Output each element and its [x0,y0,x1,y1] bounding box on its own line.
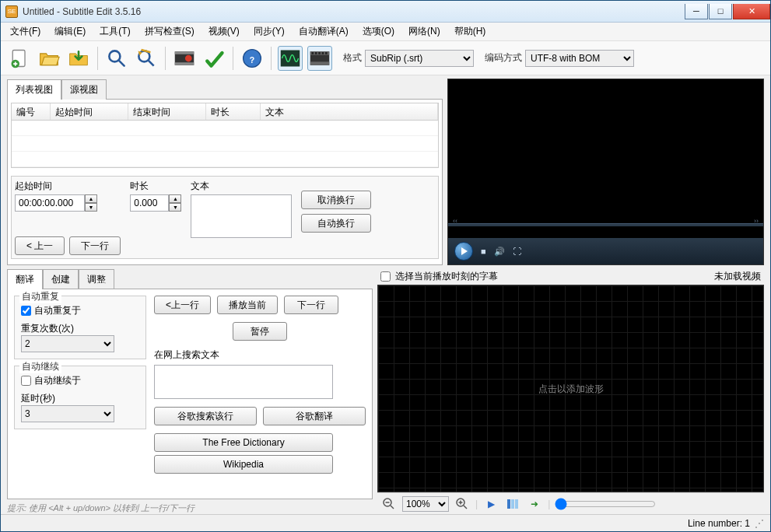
tab-listview[interactable]: 列表视图 [7,79,61,100]
play-button[interactable] [454,242,473,261]
zoom-in-icon[interactable] [454,495,471,513]
format-select[interactable]: SubRip (.srt) [365,50,474,67]
start-time-input[interactable] [15,194,85,212]
menu-autotranslate[interactable]: 自动翻译(A) [293,23,355,40]
repeat-count-label: 重复次数(次) [21,323,74,334]
text-label: 文本 [191,180,292,193]
tab-translate[interactable]: 翻译 [7,269,43,289]
wave-position-icon[interactable] [504,495,521,513]
tab-create[interactable]: 创建 [43,269,79,289]
start-time-down[interactable]: ▼ [85,203,97,212]
autocontinue-legend: 自动继续 [19,360,61,373]
svg-rect-23 [511,499,514,509]
google-translate-button[interactable]: 谷歌翻译 [263,407,366,425]
find-icon[interactable] [104,46,129,71]
prev-line-button[interactable]: < 上一 [15,236,65,255]
delay-select[interactable]: 3 [21,405,114,422]
tab-sourceview[interactable]: 源视图 [61,79,107,100]
status-resize-grip[interactable]: ⋰ [755,518,764,529]
col-start[interactable]: 起始时间 [51,103,128,120]
wave-next-icon[interactable]: ➜ [526,495,543,513]
col-number[interactable]: 编号 [12,103,51,120]
svg-rect-16 [315,52,317,54]
wave-play-icon[interactable]: ▶ [482,495,499,513]
repeat-count-select[interactable]: 2 [21,335,114,352]
visual-sync-icon[interactable] [172,46,197,71]
autocontinue-checkbox[interactable] [21,376,31,386]
encoding-select[interactable]: UTF-8 with BOM [525,50,634,67]
zoom-out-icon[interactable] [380,495,398,513]
line-number-label: Line number: 1 [688,518,750,529]
fullscreen-icon[interactable]: ⛶ [513,247,521,256]
waveform-area[interactable]: 点击以添加波形 [377,285,764,492]
titlebar: SE Untitled - Subtitle Edit 3.5.16 ─ □ ✕ [1,1,770,23]
video-seekbar[interactable] [448,223,763,226]
menu-file[interactable]: 文件(F) [4,23,47,40]
statusbar: Line number: 1 ⋰ [1,514,770,531]
subtitle-text-input[interactable] [191,194,292,238]
freedict-button[interactable]: The Free Dictionary [154,433,333,452]
play-current-button[interactable]: 播放当前 [217,296,278,314]
next-line-button[interactable]: 下一行 [69,236,121,255]
google-search-button[interactable]: 谷歌搜索该行 [154,407,257,425]
wikipedia-button[interactable]: Wikipedia [154,455,333,474]
trans-prev-button[interactable]: <上一行 [154,296,211,314]
start-time-up[interactable]: ▲ [85,194,97,203]
spellcheck-icon[interactable] [202,46,226,71]
encoding-label: 编码方式 [485,51,522,65]
search-text-label: 在网上搜索文本 [154,348,366,362]
col-end[interactable]: 结束时间 [128,103,206,120]
autobreak-button[interactable]: 自动换行 [301,214,371,233]
svg-rect-14 [310,61,330,65]
menu-options[interactable]: 选项(O) [356,23,401,40]
menubar: 文件(F) 编辑(E) 工具(T) 拼写检查(S) 视频(V) 同步(Y) 自动… [1,23,770,41]
waveform-toggle-icon[interactable] [278,46,303,71]
unbreak-button[interactable]: 取消换行 [301,191,371,209]
select-current-checkbox[interactable] [380,271,391,282]
duration-down[interactable]: ▼ [169,203,181,212]
duration-input[interactable] [130,194,169,212]
menu-help[interactable]: 帮助(H) [448,23,492,40]
subtitle-grid[interactable]: 编号 起始时间 结束时间 时长 文本 [11,103,439,168]
svg-rect-22 [507,499,510,509]
col-duration[interactable]: 时长 [206,103,261,120]
menu-spellcheck[interactable]: 拼写检查(S) [138,23,201,40]
close-button[interactable]: ✕ [733,4,770,19]
col-text[interactable]: 文本 [261,103,438,120]
toolbar: ? 格式 SubRip (.srt) 编码方式 UTF-8 with BOM [1,41,770,75]
svg-rect-4 [141,48,151,53]
autorepeat-checkbox[interactable] [21,306,31,316]
wave-slider[interactable] [555,498,656,510]
volume-icon[interactable]: 🔊 [494,247,505,257]
open-file-icon[interactable] [37,46,61,71]
format-label: 格式 [343,51,362,65]
pause-button[interactable]: 暂停 [233,322,287,341]
search-text-input[interactable] [154,365,333,399]
svg-rect-17 [318,52,321,54]
menu-tools[interactable]: 工具(T) [93,23,136,40]
trans-next-button[interactable]: 下一行 [284,296,338,314]
save-file-icon[interactable] [66,46,91,71]
menu-edit[interactable]: 编辑(E) [48,23,92,40]
minimize-button[interactable]: ─ [685,4,708,19]
replace-icon[interactable] [134,46,159,71]
new-file-icon[interactable] [7,46,32,71]
stop-icon[interactable]: ■ [481,247,486,256]
video-display[interactable] [448,79,763,235]
select-current-label: 选择当前播放时刻的字幕 [395,270,498,283]
svg-rect-15 [312,52,314,54]
video-toggle-icon[interactable] [307,46,332,71]
tab-adjust[interactable]: 调整 [79,269,114,289]
no-video-label: 未加载视频 [714,270,761,283]
app-icon: SE [5,5,18,18]
duration-up[interactable]: ▲ [169,194,181,203]
help-icon[interactable]: ? [240,46,265,71]
autorepeat-chk-label: 自动重复于 [34,304,81,317]
menu-network[interactable]: 网络(N) [402,23,447,40]
svg-rect-24 [515,499,518,509]
zoom-select[interactable]: 100% [402,496,449,512]
hint-text: 提示: 使用 <Alt + up/down> 以转到 上一行/下一行 [7,502,373,514]
maximize-button[interactable]: □ [709,4,732,19]
menu-sync[interactable]: 同步(Y) [247,23,291,40]
menu-video[interactable]: 视频(V) [202,23,246,40]
